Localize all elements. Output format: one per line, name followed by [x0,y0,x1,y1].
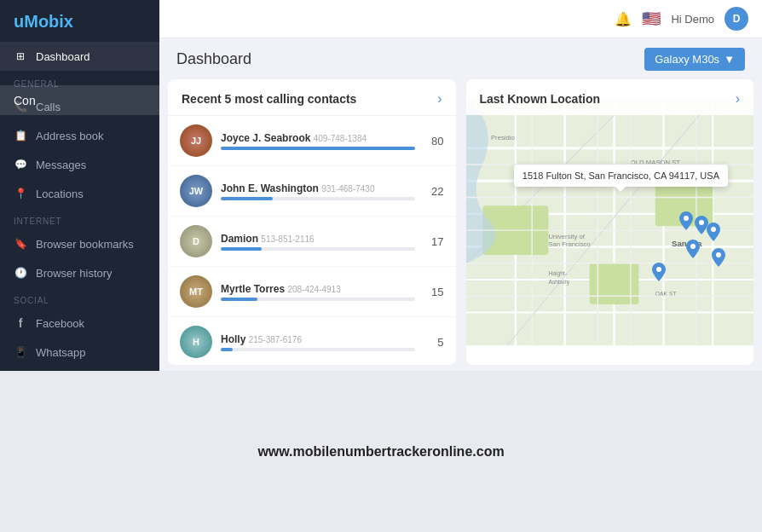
svg-point-38 [656,267,661,272]
sidebar-item-label: Address book [36,130,104,142]
contact-name: Holly 215-387-6176 [221,333,415,345]
svg-rect-15 [589,263,638,304]
location-popup: 1518 Fulton St, San Francisco, CA 94117,… [514,165,728,187]
contact-avatar: JJ [180,124,212,157]
history-icon: 🕐 [14,266,27,280]
svg-point-36 [711,227,716,232]
map-pin-3 [707,223,720,245]
contact-bar-wrap [221,247,415,251]
contact-name: Myrtle Torres 208-424-4913 [221,283,415,295]
contact-item: JJ Joyce J. Seabrook 409-748-1384 80 [168,116,456,166]
map-card-arrow[interactable]: › [736,91,740,107]
section-social-label: SOCIAL [0,287,159,309]
map-pin-1 [679,211,693,234]
sidebar-item-label: Dashboard [36,50,90,63]
watermark-area: www.mobilenumbertrackeronline.com [0,371,762,532]
sidebar-item-browser-history[interactable]: 🕐 Browser history [0,258,159,287]
svg-text:University of: University of [548,233,585,240]
svg-text:Presidio: Presidio [490,134,514,142]
svg-text:Haight-: Haight- [548,270,567,277]
sidebar-item-locations[interactable]: 📍 Locations [0,179,159,208]
contact-item: H Holly 215-387-6176 5 [168,317,456,365]
main-content: 🔔 🇺🇸 Hi Demo D Dashboard Galaxy M30s ▼ R… [159,0,762,371]
contact-item: JW John E. Washington 931-468-7430 22 [168,166,456,217]
contact-bar-wrap [221,298,415,301]
svg-point-39 [716,252,721,257]
sidebar-item-messages[interactable]: 💬 Messages [0,150,159,179]
map-card-title: Last Known Location [480,92,601,106]
sidebar-item-whatsapp[interactable]: 📱 Whatsapp [0,338,159,367]
greeting-text: Hi Demo [671,13,714,26]
contact-info: Joyce J. Seabrook 409-748-1384 [221,132,415,150]
contact-name: John E. Washington 931-468-7430 [221,182,415,194]
contact-bar [221,147,415,150]
contact-count: 5 [424,336,444,349]
contact-info: Holly 215-387-6176 [221,333,415,351]
sidebar-item-label: Facebook [36,317,84,330]
contacts-card-arrow[interactable]: › [437,91,442,107]
map-card-header: Last Known Location › [466,79,754,115]
user-avatar[interactable]: D [724,7,748,31]
contact-bar-wrap [221,197,415,200]
sidebar-item-address-book[interactable]: 📋 Address book [0,121,159,150]
whatsapp-icon: 📱 [14,345,27,359]
notification-bell-icon[interactable]: 🔔 [615,11,632,27]
contact-info: Damion 513-851-2116 [221,233,415,251]
bookmarks-icon: 🔖 [14,237,27,251]
messages-icon: 💬 [14,158,27,171]
svg-point-34 [684,216,689,221]
contact-bar [221,247,262,251]
contact-count: 22 [424,185,444,198]
contact-item: MT Myrtle Torres 208-424-4913 15 [168,267,456,317]
map-pin-6 [712,248,725,270]
svg-text:Ashbury: Ashbury [548,279,569,286]
contact-bar-wrap [221,147,415,150]
sidebar-item-facebook[interactable]: f Facebook [0,309,159,338]
contact-bar [221,197,273,200]
flag-icon: 🇺🇸 [642,9,661,28]
map-card: Last Known Location › [466,79,754,365]
contact-avatar: MT [180,275,212,308]
contact-bar [221,298,257,301]
sidebar-item-label: Whatsapp [36,346,86,359]
chevron-down-icon: ▼ [724,53,735,66]
contact-list: JJ Joyce J. Seabrook 409-748-1384 80 JW … [168,116,456,365]
contact-info: Myrtle Torres 208-424-4913 [221,283,415,301]
svg-point-37 [690,244,696,249]
sidebar-item-browser-bookmarks[interactable]: 🔖 Browser bookmarks [0,229,159,258]
app-logo: uMobix [0,0,159,42]
contact-bar-wrap [221,348,415,351]
svg-text:San Francisco: San Francisco [548,240,590,248]
contact-name: Damion 513-851-2116 [221,233,415,245]
map-pin-4 [686,240,700,262]
contact-item: D Damion 513-851-2116 17 [168,217,456,267]
contact-count: 80 [424,135,444,147]
address-book-icon: 📋 [14,129,27,142]
map-body: Presidio OLD MASON ST San Fra University… [466,79,754,365]
dashboard-icon: ⊞ [14,49,27,63]
logo-mobix: Mobix [24,12,73,31]
sidebar-item-label: Browser history [36,267,113,280]
contacts-card-title: Recent 5 most calling contacts [182,92,356,106]
topbar: 🔔 🇺🇸 Hi Demo D [159,0,762,38]
svg-point-35 [699,220,704,225]
locations-icon: 📍 [14,187,27,200]
contact-avatar: D [180,225,212,257]
contact-bar [221,348,233,351]
sidebar: uMobix ⊞ Dashboard GENERAL 📞 Calls 📋 Add… [0,0,159,371]
map-pin-5 [652,263,666,285]
page-header: Dashboard Galaxy M30s ▼ [159,38,762,79]
facebook-icon: f [14,316,27,330]
contact-count: 15 [424,286,444,298]
sidebar-item-label: Messages [36,159,86,171]
sidebar-item-dashboard[interactable]: ⊞ Dashboard [0,42,159,71]
contact-avatar: H [180,326,212,358]
contact-info: John E. Washington 931-468-7430 [221,182,415,200]
logo-u: u [14,12,24,31]
device-select-button[interactable]: Galaxy M30s ▼ [644,48,745,71]
con-highlight: Con [0,85,159,115]
device-label: Galaxy M30s [655,53,719,66]
sidebar-item-label: Locations [36,188,84,200]
watermark-text: www.mobilenumbertrackeronline.com [257,444,504,460]
contact-avatar: JW [180,175,212,207]
